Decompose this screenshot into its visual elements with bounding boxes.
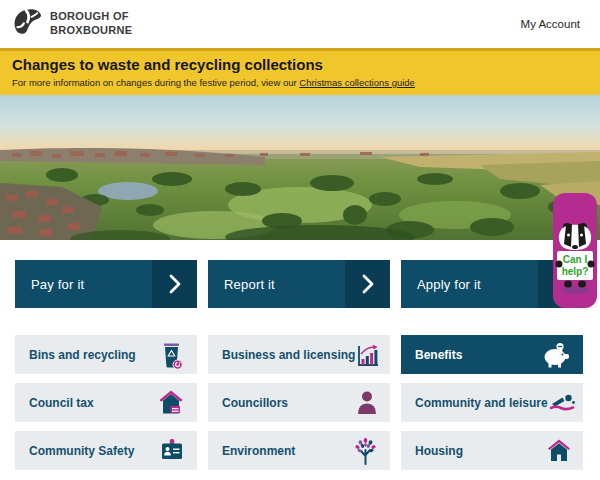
tile-bins-and-recycling[interactable]: Bins and recycling [15, 335, 197, 374]
id-card-icon [159, 438, 185, 463]
badger-mascot-icon: Can I help? [555, 220, 595, 302]
tile-community-and-leisure[interactable]: Community and leisure [401, 383, 583, 422]
logo-wordmark: BOROUGH OF BROXBOURNE [50, 10, 132, 38]
home-icon [547, 439, 571, 462]
borough-logo[interactable]: BOROUGH OF BROXBOURNE [12, 7, 132, 41]
tile-label: Councillors [222, 396, 288, 410]
tile-community-safety[interactable]: Community Safety [15, 431, 197, 470]
tile-councillors[interactable]: Councillors [208, 383, 390, 422]
alert-banner-text: For more information on changes during t… [12, 77, 299, 88]
site-header: BOROUGH OF BROXBOURNE My Account [0, 0, 600, 48]
tile-label: Benefits [415, 348, 462, 362]
tile-label: Community and leisure [415, 396, 548, 410]
alert-banner: Changes to waste and recycling collectio… [0, 48, 600, 95]
bar-chart-icon [355, 342, 381, 368]
tile-council-tax[interactable]: Council tax [15, 383, 197, 422]
tile-label: Council tax [29, 396, 94, 410]
tile-label: Environment [222, 444, 295, 458]
piggy-bank-icon [541, 341, 571, 368]
service-tiles: Bins and recycling Business and licensin… [15, 335, 583, 470]
tile-label: Housing [415, 444, 463, 458]
recycling-bin-icon [159, 340, 185, 370]
tile-benefits[interactable]: Benefits [401, 335, 583, 374]
pay-for-it-label: Pay for it [15, 277, 84, 292]
tree-icon [353, 437, 378, 465]
svg-text:help?: help? [562, 266, 589, 277]
pay-for-it-button[interactable]: Pay for it [15, 260, 197, 308]
person-icon [356, 390, 378, 415]
tile-environment[interactable]: Environment [208, 431, 390, 470]
christmas-collections-link[interactable]: Christmas collections guide [299, 77, 415, 88]
my-account-link[interactable]: My Account [521, 18, 580, 30]
tile-housing[interactable]: Housing [401, 431, 583, 470]
swimmer-icon [548, 392, 576, 414]
quick-actions: Pay for it Report it Apply for it [15, 260, 583, 308]
badger-logo-icon [12, 7, 42, 41]
alert-banner-title: Changes to waste and recycling collectio… [12, 56, 588, 73]
apply-for-it-label: Apply for it [401, 277, 481, 292]
tile-business-and-licensing[interactable]: Business and licensing [208, 335, 390, 374]
report-it-button[interactable]: Report it [208, 260, 390, 308]
alert-banner-message: For more information on changes during t… [12, 77, 588, 88]
svg-text:Can I: Can I [563, 254, 588, 265]
chat-help-widget[interactable]: Can I help? [553, 193, 597, 308]
house-tax-icon [157, 389, 185, 416]
tile-label: Bins and recycling [29, 348, 136, 362]
chevron-right-icon [345, 260, 390, 308]
tile-label: Community Safety [29, 444, 134, 458]
hero-aerial-photo [0, 95, 600, 240]
report-it-label: Report it [208, 277, 275, 292]
chevron-right-icon [152, 260, 197, 308]
tile-label: Business and licensing [222, 348, 355, 362]
broxbourne-homepage: BOROUGH OF BROXBOURNE My Account Changes… [0, 0, 600, 480]
